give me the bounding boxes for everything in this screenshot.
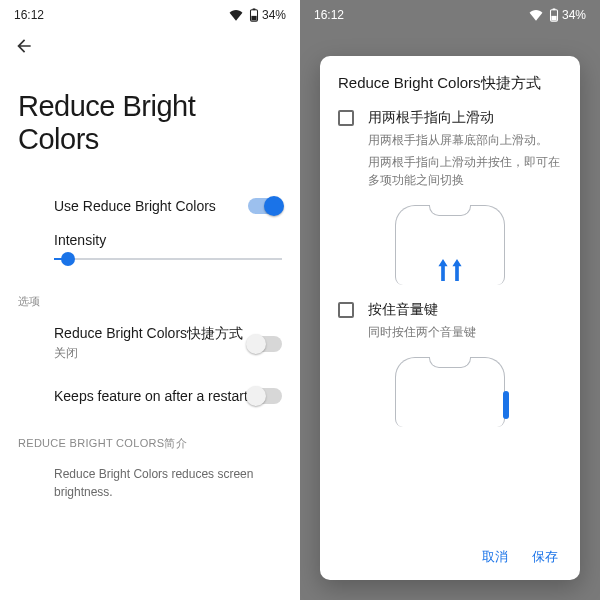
keep-on-restart-switch[interactable] bbox=[248, 388, 282, 404]
settings-screen: 16:12 34% Reduce Bright Colors Use Reduc… bbox=[0, 0, 300, 600]
cancel-button[interactable]: 取消 bbox=[482, 548, 508, 566]
status-battery-pct: 34% bbox=[562, 8, 586, 22]
option-volume-keys[interactable]: 按住音量键 同时按住两个音量键 bbox=[338, 301, 562, 341]
option-swipe-sub1: 用两根手指从屏幕底部向上滑动。 bbox=[368, 131, 562, 149]
shortcut-row[interactable]: Reduce Bright Colors快捷方式 关闭 bbox=[0, 313, 300, 374]
use-feature-row[interactable]: Use Reduce Bright Colors bbox=[0, 184, 300, 228]
status-battery-pct: 34% bbox=[262, 8, 286, 22]
shortcut-label: Reduce Bright Colors快捷方式 bbox=[54, 325, 248, 343]
about-description: Reduce Bright Colors reduces screen brig… bbox=[0, 455, 300, 511]
status-bar: 16:12 34% bbox=[0, 0, 300, 30]
status-time: 16:12 bbox=[14, 8, 44, 22]
svg-rect-1 bbox=[253, 8, 256, 10]
option-swipe-sub2: 用两根手指向上滑动并按住，即可在多项功能之间切换 bbox=[368, 153, 562, 189]
use-feature-label: Use Reduce Bright Colors bbox=[54, 198, 248, 214]
shortcut-dialog: Reduce Bright Colors快捷方式 用两根手指向上滑动 用两根手指… bbox=[320, 56, 580, 580]
swipe-illustration bbox=[395, 205, 505, 285]
back-button[interactable] bbox=[0, 30, 300, 66]
option-swipe-up[interactable]: 用两根手指向上滑动 用两根手指从屏幕底部向上滑动。 用两根手指向上滑动并按住，即… bbox=[338, 109, 562, 189]
wifi-icon bbox=[529, 9, 543, 21]
intensity-row: Intensity bbox=[0, 228, 300, 276]
shortcut-switch[interactable] bbox=[248, 336, 282, 352]
battery-icon bbox=[249, 8, 259, 22]
svg-rect-5 bbox=[551, 16, 556, 20]
svg-rect-2 bbox=[251, 16, 256, 20]
dialog-title: Reduce Bright Colors快捷方式 bbox=[338, 74, 562, 93]
use-feature-switch[interactable] bbox=[248, 198, 282, 214]
page-title: Reduce Bright Colors bbox=[0, 66, 300, 184]
shortcut-dialog-screen: 16:12 34% F Reduce Bright Colors快捷方式 用两根… bbox=[300, 0, 600, 600]
shortcut-sub: 关闭 bbox=[54, 345, 248, 362]
checkbox-icon[interactable] bbox=[338, 110, 354, 126]
intensity-label: Intensity bbox=[54, 232, 282, 248]
volume-illustration bbox=[395, 357, 505, 427]
keep-on-restart-label: Keeps feature on after a restart bbox=[54, 388, 248, 404]
arrow-left-icon bbox=[14, 36, 34, 56]
option-volume-sub: 同时按住两个音量键 bbox=[368, 323, 562, 341]
about-header: REDUCE BRIGHT COLORS简介 bbox=[0, 418, 300, 455]
checkbox-icon[interactable] bbox=[338, 302, 354, 318]
battery-icon bbox=[549, 8, 559, 22]
arrows-up-icon bbox=[437, 259, 463, 281]
volume-key-icon bbox=[503, 391, 509, 419]
keep-on-restart-row[interactable]: Keeps feature on after a restart bbox=[0, 374, 300, 418]
save-button[interactable]: 保存 bbox=[532, 548, 558, 566]
option-volume-label: 按住音量键 bbox=[368, 301, 562, 319]
option-swipe-label: 用两根手指向上滑动 bbox=[368, 109, 562, 127]
status-bar: 16:12 34% bbox=[300, 0, 600, 30]
wifi-icon bbox=[229, 9, 243, 21]
status-time: 16:12 bbox=[314, 8, 344, 22]
svg-rect-4 bbox=[553, 8, 556, 10]
intensity-slider[interactable] bbox=[54, 258, 282, 260]
options-header: 选项 bbox=[0, 276, 300, 313]
